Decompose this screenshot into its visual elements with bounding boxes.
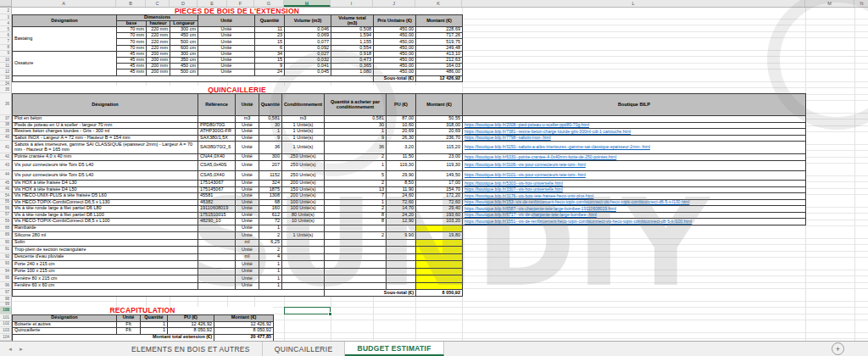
cell[interactable]: 600 cm (170, 46, 198, 52)
cell[interactable]: 450 cm (170, 33, 198, 39)
cell[interactable]: Unité (198, 52, 255, 58)
unit-price[interactable]: 20,69 (387, 129, 416, 136)
reference[interactable]: 19110608019 (198, 206, 236, 213)
amount[interactable] (416, 275, 463, 283)
row-header-7[interactable]: 7 (0, 38, 12, 44)
reference[interactable]: 48382 (198, 200, 236, 207)
row-header-102[interactable]: 102 (0, 321, 12, 328)
cell[interactable]: 300 cm (170, 27, 198, 33)
row-header-38[interactable]: 38 (0, 122, 12, 129)
reference[interactable] (198, 254, 236, 262)
packaging[interactable]: 1 Unité(s) (282, 136, 325, 142)
qty-to-buy[interactable]: 1 (325, 161, 387, 171)
row-header-4[interactable]: 4 (0, 20, 12, 26)
unit[interactable]: Unité (236, 232, 259, 240)
header[interactable]: Montant (€) (416, 94, 463, 116)
quantity[interactable]: 612 (259, 213, 282, 220)
cell[interactable]: 1,080 (331, 70, 374, 75)
designation[interactable]: Fenêtre 80 x 215 cm (13, 275, 198, 283)
unit[interactable]: Unité (236, 261, 259, 269)
amount[interactable] (416, 225, 463, 233)
header[interactable]: Montant (€) (416, 15, 463, 27)
cell[interactable]: Unité (198, 70, 255, 75)
row-header-9[interactable]: 9 (0, 51, 12, 57)
product-link[interactable]: https://boutique.bilp.fr/3101--vis-pour-… (463, 171, 806, 181)
cell[interactable]: 486,00 (416, 70, 463, 75)
header[interactable]: Désignation (13, 315, 117, 322)
quantity[interactable]: 1 (259, 225, 282, 233)
row-header-54[interactable]: 54 (0, 192, 12, 199)
column-header-A[interactable]: A (12, 0, 116, 7)
sheet-tab-elements-en-bois-et-autres[interactable]: ELEMENTS EN BOIS ET AUTRES (120, 342, 263, 356)
row-header-94[interactable]: 94 (0, 268, 12, 275)
row-header-11[interactable]: 11 (0, 63, 12, 69)
unit-price[interactable] (387, 247, 416, 254)
reference[interactable] (198, 275, 236, 283)
packaging[interactable]: 200 Unité(s) (282, 193, 325, 200)
cell[interactable]: Unité (198, 58, 255, 64)
unit[interactable]: Unité (236, 181, 259, 187)
product-link[interactable]: https://boutique.bilp.fr/3176--vis-bois-… (463, 193, 806, 200)
packaging[interactable]: 100 Unité(s) (282, 206, 325, 213)
cell[interactable]: 200 mm (147, 58, 170, 64)
row-header-96[interactable]: 96 (0, 282, 12, 290)
qty-to-buy[interactable]: 2 (325, 206, 387, 213)
row-header-104[interactable]: 104 (0, 334, 12, 342)
row-header-41[interactable]: 41 (0, 141, 12, 153)
unit[interactable]: Unité (236, 200, 259, 207)
header[interactable]: Prix Unitaire (€) (374, 15, 416, 27)
quantity[interactable]: 1308 (259, 193, 282, 200)
header[interactable]: PU (€) (168, 315, 214, 322)
cell[interactable]: 450,00 (374, 27, 416, 33)
row-header-37[interactable]: 37 (0, 115, 12, 122)
cell[interactable]: 300 cm (170, 52, 198, 58)
cell[interactable]: 12 426,92 (214, 322, 274, 329)
cell[interactable]: 0,069 (285, 33, 331, 39)
cell[interactable] (13, 76, 374, 82)
header[interactable]: Quantité à acheter par conditionnement (325, 94, 387, 116)
packaging[interactable] (282, 261, 325, 269)
unit[interactable]: Unité (236, 275, 259, 283)
cell[interactable]: 0,046 (285, 27, 331, 33)
row-header-103[interactable]: 103 (0, 327, 12, 334)
amount[interactable]: 23,00 (416, 154, 463, 161)
unit-price[interactable]: 3,20 (387, 142, 416, 154)
row-header-97[interactable]: 97 (0, 289, 12, 296)
row-header-56[interactable]: 56 (0, 205, 12, 212)
header-base[interactable]: base (117, 21, 147, 27)
qty-to-buy[interactable]: 2 (325, 154, 387, 161)
column-header-D[interactable]: D (170, 0, 198, 7)
row-header-3[interactable]: 3 (0, 14, 12, 20)
column-header-B[interactable]: B (116, 0, 146, 7)
cell[interactable]: 200 mm (147, 64, 170, 70)
cell[interactable]: 450 cm (170, 64, 198, 70)
quantity[interactable]: 300 (259, 154, 282, 161)
cell[interactable]: 0,365 (331, 64, 374, 70)
unit-price[interactable]: 11,50 (387, 154, 416, 161)
column-header-C[interactable]: C (146, 0, 170, 7)
qty-to-buy[interactable]: 2 (325, 232, 387, 240)
qty-to-buy[interactable]: 30 (325, 123, 387, 130)
packaging[interactable]: 250 Unité(s) (282, 171, 325, 181)
cell[interactable]: 0,554 (331, 46, 374, 52)
designation[interactable]: Vis à tête ronde large à filet partiel D… (13, 213, 198, 220)
quantity[interactable]: 1152 (259, 171, 282, 181)
quantity[interactable]: 1 (259, 129, 282, 136)
header[interactable]: Unité (198, 15, 255, 27)
cell[interactable]: 23 (255, 33, 285, 39)
amount[interactable]: 103,20 (416, 219, 463, 225)
sheet-tab-quincaillerie[interactable]: QUINCAILLERIE (263, 342, 346, 356)
unit[interactable]: Unité (236, 123, 259, 130)
cell[interactable]: 70 mm (117, 39, 147, 45)
column-header-G[interactable]: G (254, 0, 284, 7)
reference[interactable] (198, 116, 236, 123)
quantity[interactable]: 1 (259, 283, 282, 291)
cell[interactable]: Unité (198, 64, 255, 70)
header[interactable]: Unité (117, 315, 141, 322)
qty-to-buy[interactable] (325, 247, 387, 254)
product-link[interactable]: https://boutique.bilp.fr/2008--pied-pote… (463, 123, 806, 130)
cell[interactable]: 0,045 (285, 70, 331, 75)
amount[interactable] (416, 261, 463, 269)
cell[interactable]: 0,027 (285, 52, 331, 58)
row-header-89[interactable]: 89 (0, 231, 12, 239)
